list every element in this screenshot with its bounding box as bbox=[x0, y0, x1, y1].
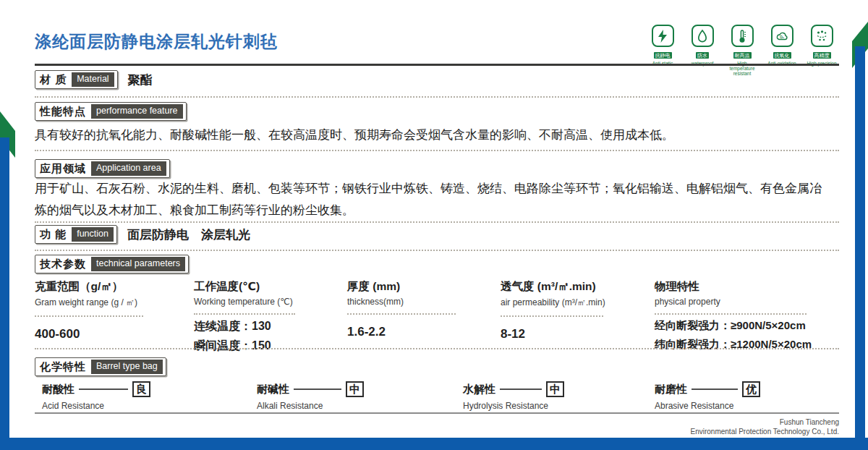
section-label-zh: 功 能 bbox=[40, 228, 67, 242]
section-label-en-badge: technical parameters bbox=[91, 257, 185, 271]
parameter-name-en: thickness(mm) bbox=[347, 297, 501, 307]
thermometer-icon bbox=[731, 25, 754, 47]
connector-line bbox=[500, 389, 542, 390]
chemical-name-zh: 水解性 bbox=[463, 383, 495, 396]
section-label-en-badge: function bbox=[72, 227, 114, 242]
feature-anti-static: 抗静电 Anti-static bbox=[647, 25, 678, 76]
parameter-name-zh: 克重范围（g/㎡） bbox=[35, 279, 194, 294]
parameter-name-en: air permeability (m³/㎡.min) bbox=[501, 297, 655, 309]
chemical-items: 耐酸性 良 Acid Resistance 耐碱性 中 Alkali Resis… bbox=[35, 381, 839, 415]
technical-row: 技术参数 technical parameters bbox=[35, 255, 189, 273]
parameter-value: 纬向断裂强力：≥1200N/5×20cm bbox=[655, 336, 839, 352]
precision-dots-icon bbox=[811, 25, 833, 47]
parameter-value: 经向断裂强力：≥900N/5×20cm bbox=[655, 318, 839, 334]
title-rule bbox=[35, 64, 839, 66]
parameter-name-zh: 透气度 (m³/㎡.min) bbox=[501, 279, 655, 294]
parameter-value: 瞬间温度：150 bbox=[194, 337, 347, 354]
parameter-value: 8-12 bbox=[501, 327, 655, 341]
section-separator bbox=[35, 150, 839, 151]
material-row: 材 质 Material 聚酯 bbox=[35, 70, 153, 89]
section-label-zh: 应用领域 bbox=[40, 162, 86, 176]
section-label-en-badge: Barrel type bag bbox=[91, 360, 163, 374]
section-label-zh: 材 质 bbox=[40, 73, 67, 87]
cloud-o2-icon: O₂ bbox=[771, 25, 793, 47]
footer-line1: Fushun Tiancheng bbox=[691, 417, 840, 427]
function-value: 面层防静电 涂层轧光 bbox=[127, 226, 250, 243]
connector-line bbox=[79, 389, 128, 390]
parameter-column-physical-property: 物理特性 physical property 经向断裂强力：≥900N/5×20… bbox=[655, 279, 839, 354]
parameters-table: 克重范围（g/㎡） Gram weight range (g / ㎡) 400-… bbox=[35, 279, 839, 354]
parameter-column-air-permeability: 透气度 (m³/㎡.min) air permeability (m³/㎡.mi… bbox=[501, 279, 655, 354]
icon-label-zh: 抗氧化 bbox=[773, 52, 791, 59]
feature-high-temperature: 耐高温 High temperature resistant bbox=[726, 25, 758, 76]
lightning-icon bbox=[652, 25, 674, 47]
grade-badge: 中 bbox=[346, 381, 364, 397]
parameter-divider bbox=[501, 315, 603, 317]
section-label-application: 应用领域 Application area bbox=[35, 159, 170, 178]
application-text: 用于矿山、石灰石粉、水泥的生料、磨机、包装等环节；钢铁行业中炼铁、铸造、烧结、电… bbox=[35, 178, 833, 221]
page-title: 涤纶面层防静电涂层轧光针刺毡 bbox=[35, 30, 278, 53]
chemical-name-en: Hydrolysis Resistance bbox=[463, 401, 564, 411]
feature-waterproof: 防水 waterproof bbox=[686, 25, 718, 76]
section-label-performance: 性能特点 performance feature bbox=[35, 102, 187, 121]
chemical-name-en: Abrasive Resistance bbox=[655, 401, 760, 411]
chemical-item-abrasive: 耐磨性 优 Abrasive Resistance bbox=[655, 381, 760, 411]
icon-label-zh: 防水 bbox=[696, 52, 709, 59]
connector-line bbox=[692, 389, 738, 390]
chemical-name-zh: 耐酸性 bbox=[42, 383, 75, 396]
parameter-column-working-temperature: 工作温度(℃) Working temperature (℃) 连续温度：130… bbox=[194, 279, 347, 354]
parameter-name-zh: 厚度 (mm) bbox=[347, 279, 501, 294]
section-separator bbox=[35, 221, 839, 223]
section-label-en-badge: performance feature bbox=[91, 104, 183, 119]
section-label-technical: 技术参数 technical parameters bbox=[35, 255, 189, 273]
section-label-en-badge: Application area bbox=[91, 161, 166, 176]
icon-label-zh: 抗静电 bbox=[654, 52, 672, 59]
section-label-zh: 技术参数 bbox=[40, 258, 86, 271]
connector-line bbox=[294, 389, 341, 390]
grade-badge: 良 bbox=[132, 381, 150, 397]
section-separator bbox=[35, 348, 839, 349]
parameter-value: 连续温度：130 bbox=[194, 318, 347, 334]
parameter-name-zh: 工作温度(℃) bbox=[194, 279, 347, 294]
section-label-zh: 化学特性 bbox=[40, 360, 86, 374]
section-label-function: 功 能 function bbox=[35, 225, 117, 244]
chemical-name-zh: 耐磨性 bbox=[655, 383, 687, 396]
grade-badge: 中 bbox=[546, 381, 564, 397]
footer-line2: Environmental Protection Technology Co.,… bbox=[691, 427, 840, 436]
parameter-name-zh: 物理特性 bbox=[655, 279, 839, 294]
application-row: 应用领域 Application area bbox=[35, 159, 170, 178]
feature-high-precision: 高精度 High precision bbox=[806, 25, 838, 76]
parameter-name-en: physical property bbox=[655, 297, 839, 307]
section-label-chemical: 化学特性 Barrel type bag bbox=[35, 357, 166, 376]
material-value: 聚酯 bbox=[128, 72, 153, 88]
performance-row: 性能特点 performance feature bbox=[35, 102, 187, 121]
chemical-name-zh: 耐碱性 bbox=[257, 383, 289, 396]
parameter-column-thickness: 厚度 (mm) thickness(mm) 1.6-2.2 bbox=[347, 279, 501, 354]
feature-icon-group: 抗静电 Anti-static 防水 waterproof bbox=[647, 25, 838, 76]
chemical-name-en: Acid Resistance bbox=[42, 401, 150, 411]
parameter-value: 1.6-2.2 bbox=[347, 325, 501, 339]
section-separator bbox=[35, 96, 839, 98]
section-label-zh: 性能特点 bbox=[40, 105, 86, 119]
parameter-name-en: Gram weight range (g / ㎡) bbox=[35, 297, 194, 309]
chemical-item-acid: 耐酸性 良 Acid Resistance bbox=[42, 381, 150, 411]
svg-text:O₂: O₂ bbox=[780, 35, 784, 39]
parameter-divider bbox=[347, 313, 456, 315]
parameter-value: 400-600 bbox=[35, 327, 194, 341]
section-label-en-badge: Material bbox=[72, 72, 114, 87]
parameter-divider bbox=[655, 313, 807, 315]
footer-company-name: Fushun Tiancheng Environmental Protectio… bbox=[691, 417, 840, 436]
left-accent-band bbox=[0, 137, 9, 438]
chemical-row: 化学特性 Barrel type bag bbox=[35, 357, 166, 376]
performance-text: 具有较好的抗氧化能力、耐酸碱性能一般、在较高温度时、预期寿命会受烟气含水量的影响… bbox=[35, 124, 833, 146]
product-spec-page: 涤纶面层防静电涂层轧光针刺毡 抗静电 Anti-static 防水 waterp… bbox=[0, 0, 868, 450]
chemical-name-en: Alkali Resistance bbox=[257, 401, 364, 411]
grade-badge: 优 bbox=[742, 381, 760, 397]
function-row: 功 能 function 面层防静电 涂层轧光 bbox=[35, 225, 250, 244]
icon-label-zh: 高精度 bbox=[813, 52, 831, 59]
feature-anti-oxidation: O₂ 抗氧化 Anti-oxidation bbox=[766, 25, 798, 76]
chemical-item-hydrolysis: 水解性 中 Hydrolysis Resistance bbox=[463, 381, 564, 411]
water-drop-icon bbox=[692, 25, 714, 47]
parameter-divider bbox=[35, 315, 143, 317]
footer-divider bbox=[35, 412, 839, 414]
